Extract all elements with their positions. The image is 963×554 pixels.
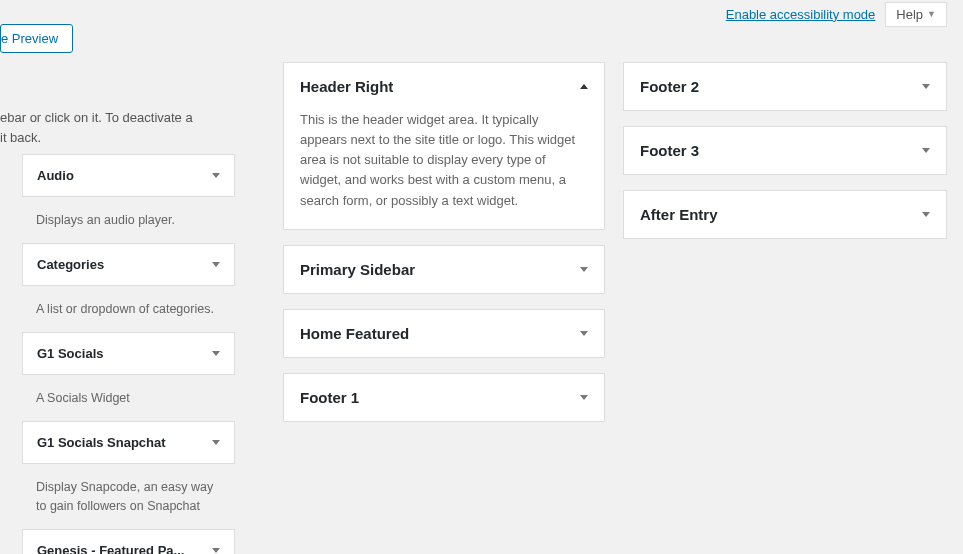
instructions-text: ebar or click on it. To deactivate a it … (0, 108, 230, 147)
area-title: Footer 3 (640, 142, 699, 159)
widget-title: G1 Socials Snapchat (37, 435, 166, 450)
chevron-up-icon (580, 84, 588, 89)
widget-header[interactable]: G1 Socials Snapchat (23, 422, 234, 463)
area-home-featured: Home Featured (283, 309, 605, 358)
area-title: After Entry (640, 206, 718, 223)
area-after-entry: After Entry (623, 190, 947, 239)
help-label: Help (896, 7, 923, 22)
widget-desc: Display Snapcode, an easy way to gain fo… (22, 464, 235, 528)
widget-areas-column-1: Header Right This is the header widget a… (283, 62, 605, 437)
widget-genesis-featured[interactable]: Genesis - Featured Pa... (22, 529, 235, 554)
chevron-down-icon (922, 212, 930, 217)
widget-g1-socials[interactable]: G1 Socials (22, 332, 235, 375)
accessibility-mode-link[interactable]: Enable accessibility mode (726, 7, 876, 22)
area-toggle[interactable]: Footer 2 (624, 63, 946, 110)
chevron-down-icon (922, 148, 930, 153)
area-primary-sidebar: Primary Sidebar (283, 245, 605, 294)
preview-button[interactable]: e Preview (0, 24, 73, 53)
widget-title: G1 Socials (37, 346, 103, 361)
widget-title: Audio (37, 168, 74, 183)
area-footer-2: Footer 2 (623, 62, 947, 111)
widget-desc: A Socials Widget (22, 375, 235, 421)
area-toggle[interactable]: Footer 1 (284, 374, 604, 421)
widget-desc: A list or dropdown of categories. (22, 286, 235, 332)
widget-areas-column-2: Footer 2 Footer 3 After Entry (623, 62, 947, 254)
widget-header[interactable]: Categories (23, 244, 234, 285)
chevron-down-icon (580, 395, 588, 400)
chevron-down-icon (580, 331, 588, 336)
area-toggle[interactable]: Footer 3 (624, 127, 946, 174)
chevron-down-icon (580, 267, 588, 272)
area-footer-1: Footer 1 (283, 373, 605, 422)
widget-title: Genesis - Featured Pa... (37, 543, 184, 554)
widget-categories[interactable]: Categories (22, 243, 235, 286)
widget-g1-socials-snapchat[interactable]: G1 Socials Snapchat (22, 421, 235, 464)
widget-header[interactable]: Audio (23, 155, 234, 196)
area-toggle[interactable]: Primary Sidebar (284, 246, 604, 293)
chevron-down-icon (212, 548, 220, 553)
help-button[interactable]: Help ▼ (885, 2, 947, 27)
chevron-down-icon (212, 262, 220, 267)
area-title: Home Featured (300, 325, 409, 342)
area-title: Primary Sidebar (300, 261, 415, 278)
widget-header[interactable]: Genesis - Featured Pa... (23, 530, 234, 554)
area-toggle[interactable]: Home Featured (284, 310, 604, 357)
chevron-down-icon (212, 351, 220, 356)
area-title: Footer 1 (300, 389, 359, 406)
area-title: Header Right (300, 78, 393, 95)
widget-audio[interactable]: Audio (22, 154, 235, 197)
available-widgets-column: Audio Displays an audio player. Categori… (22, 154, 235, 554)
area-title: Footer 2 (640, 78, 699, 95)
widget-header[interactable]: G1 Socials (23, 333, 234, 374)
chevron-down-icon (922, 84, 930, 89)
chevron-down-icon (212, 440, 220, 445)
area-toggle[interactable]: After Entry (624, 191, 946, 238)
widget-title: Categories (37, 257, 104, 272)
area-description: This is the header widget area. It typic… (284, 110, 604, 229)
area-toggle[interactable]: Header Right (284, 63, 604, 110)
area-footer-3: Footer 3 (623, 126, 947, 175)
chevron-down-icon (212, 173, 220, 178)
area-header-right: Header Right This is the header widget a… (283, 62, 605, 230)
widget-desc: Displays an audio player. (22, 197, 235, 243)
chevron-down-icon: ▼ (927, 9, 936, 19)
